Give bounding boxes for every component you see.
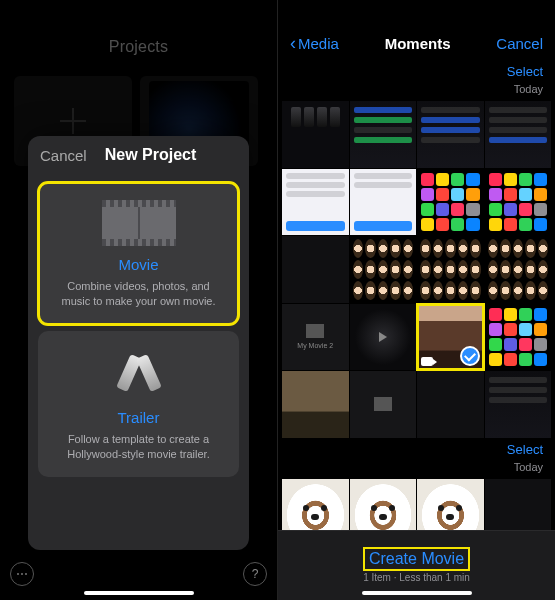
- media-thumb[interactable]: [485, 371, 552, 438]
- section-day: Today: [514, 83, 543, 95]
- help-button[interactable]: ?: [243, 562, 267, 586]
- section-day: Today: [514, 461, 543, 473]
- moments-title: Moments: [385, 35, 451, 52]
- cancel-button[interactable]: Cancel: [40, 147, 87, 164]
- option-trailer[interactable]: Trailer Follow a template to create a Ho…: [38, 331, 239, 478]
- sheet-title: New Project: [87, 146, 237, 164]
- media-thumb[interactable]: [282, 371, 349, 438]
- option-movie[interactable]: Movie Combine videos, photos, and music …: [38, 182, 239, 325]
- footer-meta: 1 Item · Less than 1 min: [363, 572, 470, 583]
- right-screenshot: ‹ Media Moments Cancel Select Today My M…: [278, 0, 555, 600]
- sheet-header: Cancel New Project: [28, 136, 249, 176]
- option-movie-desc: Combine videos, photos, and music to mak…: [48, 279, 229, 309]
- plus-icon: [60, 108, 86, 134]
- option-trailer-title: Trailer: [48, 409, 229, 426]
- left-screenshot: Projects Cancel New Project Movie Combin…: [0, 0, 278, 600]
- spotlight-icon: [109, 349, 169, 399]
- video-icon: [421, 357, 433, 366]
- projects-title: Projects: [0, 0, 277, 56]
- select-link[interactable]: Select: [290, 442, 543, 457]
- create-movie-button[interactable]: Create Movie: [365, 549, 468, 569]
- select-link[interactable]: Select: [290, 64, 543, 79]
- question-icon: ?: [252, 567, 259, 581]
- media-thumb[interactable]: My Movie 2: [282, 304, 349, 371]
- media-thumb[interactable]: [350, 304, 417, 371]
- media-thumb[interactable]: [282, 236, 349, 303]
- cancel-button[interactable]: Cancel: [496, 35, 543, 52]
- media-thumb[interactable]: [350, 169, 417, 236]
- media-thumb[interactable]: [282, 169, 349, 236]
- section-header-2: Select Today: [278, 438, 555, 477]
- media-thumb[interactable]: [350, 371, 417, 438]
- checkmark-icon: [460, 346, 480, 366]
- chevron-left-icon: ‹: [290, 34, 296, 52]
- home-indicator[interactable]: [84, 591, 194, 595]
- media-nav: ‹ Media Moments Cancel: [278, 0, 555, 60]
- media-thumb-selected[interactable]: [417, 304, 484, 371]
- media-thumb[interactable]: [485, 304, 552, 371]
- option-trailer-desc: Follow a template to create a Hollywood-…: [48, 432, 229, 462]
- media-thumb[interactable]: [485, 236, 552, 303]
- media-thumb[interactable]: [417, 101, 484, 168]
- media-thumb[interactable]: [485, 169, 552, 236]
- media-thumb[interactable]: [282, 101, 349, 168]
- media-thumb[interactable]: [417, 371, 484, 438]
- footer-bar: Create Movie 1 Item · Less than 1 min: [278, 530, 555, 600]
- section-header-1: Select Today: [278, 60, 555, 99]
- new-project-sheet: Cancel New Project Movie Combine videos,…: [28, 136, 249, 550]
- film-icon: [102, 200, 176, 246]
- more-button[interactable]: ⋯: [10, 562, 34, 586]
- back-button[interactable]: ‹ Media: [290, 34, 339, 52]
- home-indicator[interactable]: [362, 591, 472, 595]
- media-grid-1: My Movie 2: [278, 99, 555, 438]
- media-thumb[interactable]: [417, 169, 484, 236]
- media-thumb[interactable]: [485, 101, 552, 168]
- media-thumb[interactable]: [417, 236, 484, 303]
- media-thumb[interactable]: [350, 236, 417, 303]
- ellipsis-icon: ⋯: [16, 567, 28, 581]
- media-thumb[interactable]: [350, 101, 417, 168]
- back-label: Media: [298, 35, 339, 52]
- option-movie-title: Movie: [48, 256, 229, 273]
- play-icon: [379, 332, 387, 342]
